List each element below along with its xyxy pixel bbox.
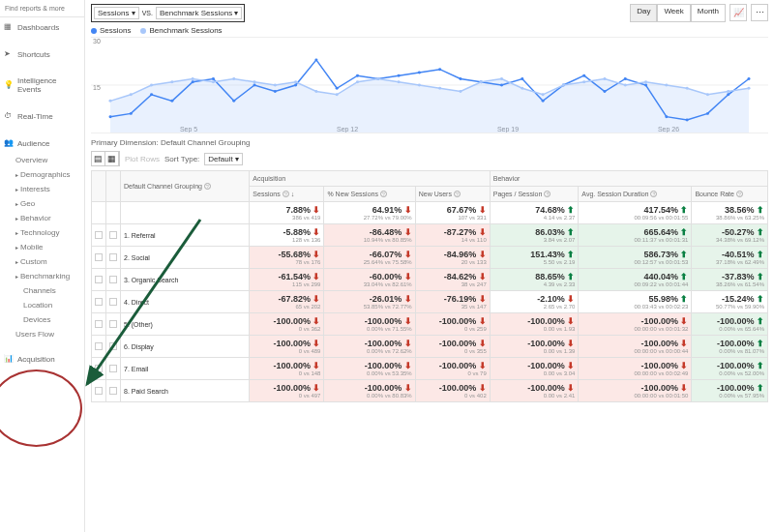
table-row[interactable]: 4. Direct -67.82% ⬇65 vs 202-26.01% ⬇53.… [92,291,768,313]
data-table: Default Channel Grouping? Acquisition Be… [91,170,768,402]
col-new-sessions[interactable]: % New Sessions? [324,187,415,202]
table-row[interactable]: 1. Referral -5.88% ⬇128 vs 136-86.48% ⬇1… [92,224,768,247]
svg-point-39 [212,80,215,83]
svg-point-4 [150,93,153,96]
nav-dashboards[interactable]: ▦Dashboards [0,17,84,37]
sub-demographics[interactable]: Demographics [0,167,84,182]
svg-point-57 [582,80,585,83]
row-checkbox[interactable] [92,247,106,269]
sub-interests[interactable]: Interests [0,182,84,196]
svg-point-61 [665,84,668,87]
row-checkbox[interactable] [92,336,106,358]
col-new-users[interactable]: New Users? [415,187,490,202]
search-input[interactable] [3,3,81,14]
row-checkbox[interactable] [92,358,106,380]
table-row[interactable]: 2. Social -55.68% ⬇78 vs 176-66.07% ⬇25.… [92,247,768,269]
svg-point-32 [727,93,729,96]
svg-point-6 [192,80,194,83]
svg-point-40 [232,77,235,80]
svg-point-56 [562,84,565,87]
nav-shortcuts[interactable]: ➤Shortcuts [0,44,84,64]
row-checkbox[interactable] [92,291,106,313]
svg-point-12 [314,58,317,61]
svg-point-30 [686,118,689,121]
sub-behavior[interactable]: Behavior [0,211,84,225]
table-row[interactable]: 8. Paid Search -100.00% ⬇0 vs 497-100.00… [92,380,768,402]
svg-point-28 [644,84,647,87]
metric-select-1[interactable]: Sessions ▾ [94,7,139,19]
nav-acquisition[interactable]: 📊Acquisition [0,349,84,369]
svg-point-51 [459,90,461,93]
svg-point-45 [336,93,339,96]
legend-dot-1 [91,28,97,34]
legend-dot-2 [140,28,146,34]
chart-options-icon[interactable]: ⋯ [751,4,768,21]
sub-location[interactable]: Location [0,298,84,312]
col-bounce[interactable]: Bounce Rate? [692,187,768,202]
sub-benchmarking[interactable]: Benchmarking [0,269,84,283]
svg-point-50 [438,87,441,90]
sub-overview[interactable]: Overview [0,153,84,167]
svg-point-21 [500,84,503,87]
sub-devices[interactable]: Devices [0,312,84,327]
svg-point-33 [748,77,751,80]
svg-point-60 [644,80,647,83]
metric-select-2[interactable]: Benchmark Sessions ▾ [156,7,242,19]
svg-point-34 [109,100,112,103]
svg-point-7 [212,77,215,80]
sub-geo[interactable]: Geo [0,196,84,211]
col-avg-duration[interactable]: Avg. Session Duration? [579,187,692,202]
nav-realtime[interactable]: ⏱Real-Time [0,106,84,126]
chart-type-icon[interactable]: 📈 [729,4,747,21]
metric-selectors: Sessions ▾ VS. Benchmark Sessions ▾ [91,4,245,22]
sub-mobile[interactable]: Mobile [0,240,84,254]
day-button[interactable]: Day [630,4,657,22]
week-button[interactable]: Week [657,4,690,22]
nav-intelligence[interactable]: 💡Intelligence Events [0,72,84,99]
sub-users-flow[interactable]: Users Flow [0,327,84,341]
col-acquisition: Acquisition [250,171,490,187]
help-icon[interactable]: ? [204,183,211,190]
row-checkbox[interactable] [92,380,106,402]
plot-rows-button[interactable]: Plot Rows [125,155,160,163]
table-row[interactable]: 3. Organic Search -61.54% ⬇115 vs 299-60… [92,269,768,291]
svg-point-27 [624,77,627,80]
sub-technology[interactable]: Technology [0,225,84,240]
svg-point-47 [376,77,379,80]
col-sessions[interactable]: Sessions? ↓ [250,187,324,202]
table-row[interactable]: 6. Display -100.00% ⬇0 vs 489-100.00% ⬇0… [92,336,768,358]
svg-point-13 [336,87,339,90]
svg-point-49 [418,84,421,87]
col-grouping[interactable]: Default Channel Grouping? [121,171,250,202]
table-row[interactable]: 7. Email -100.00% ⬇0 vs 148-100.00% ⬇0.0… [92,358,768,380]
svg-point-23 [542,100,545,103]
svg-point-63 [706,93,709,96]
vs-label: VS. [142,10,153,16]
row-checkbox[interactable] [92,269,106,291]
svg-point-11 [294,84,297,87]
sub-custom[interactable]: Custom [0,254,84,269]
svg-point-54 [521,87,523,90]
row-checkbox[interactable] [92,313,106,336]
svg-point-48 [398,80,401,83]
sort-select[interactable]: Default ▾ [204,153,243,165]
nav-audience[interactable]: 👥Audience [0,133,84,153]
sort-type-label: Sort Type: [164,155,199,163]
svg-point-44 [314,90,317,93]
bulb-icon: 💡 [4,80,14,90]
svg-point-8 [232,100,235,103]
col-behavior: Behavior [490,171,767,187]
view-toggle[interactable]: ▤▦ [91,151,120,166]
row-checkbox[interactable] [92,224,106,247]
col-pages-session[interactable]: Pages / Session? [490,187,579,202]
svg-point-58 [603,77,606,80]
time-granularity: Day Week Month [630,4,726,22]
svg-point-9 [253,84,256,87]
svg-point-41 [253,80,256,83]
svg-point-35 [130,93,133,96]
svg-point-22 [521,77,523,80]
svg-point-2 [109,115,112,118]
table-row[interactable]: 5. (Other) -100.00% ⬇0 vs 362-100.00% ⬇0… [92,313,768,336]
month-button[interactable]: Month [691,4,726,22]
sub-channels[interactable]: Channels [0,283,84,298]
